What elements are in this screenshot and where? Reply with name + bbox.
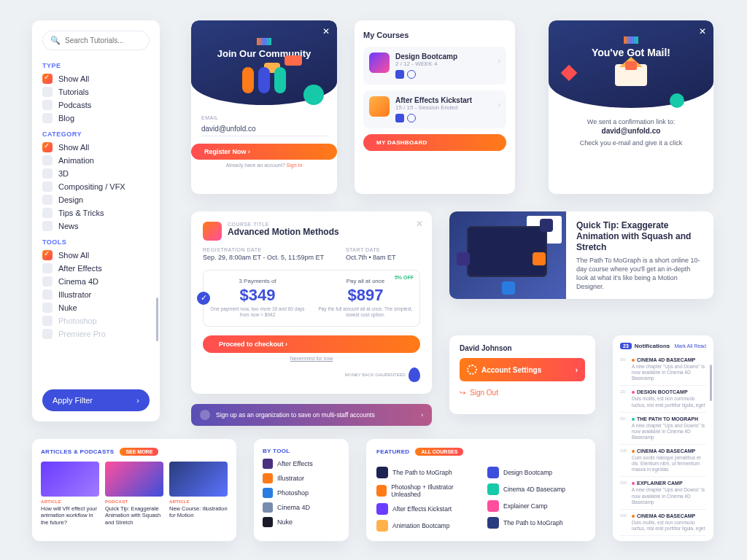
tool-c4d[interactable]: Cinema 4D	[42, 276, 150, 287]
featured-item[interactable]: After Effects Kickstart	[376, 503, 474, 515]
ribbon-icon	[409, 368, 420, 382]
tool-premiere[interactable]: Premiere Pro	[42, 329, 150, 339]
article-thumb	[105, 462, 163, 497]
notif-desc: Duis mollis, est non commodo luctus, nis…	[632, 396, 706, 408]
featured-item[interactable]: Animation Bootcamp	[376, 520, 474, 532]
type-tutorials[interactable]: Tutorials	[42, 87, 150, 97]
featured-item[interactable]: The Path to MoGraph	[487, 517, 585, 529]
notification-item[interactable]: 2DDESIGN BOOTCAMPDuis mollis, est non co…	[620, 386, 706, 412]
tool-nuke[interactable]: Nuke	[42, 303, 150, 313]
chevron-right-icon: ›	[498, 101, 500, 109]
course-thumb-icon	[369, 52, 390, 73]
type-show-all[interactable]: Show All	[42, 74, 150, 84]
type-blog[interactable]: Blog	[42, 113, 150, 123]
cat-3d[interactable]: 3D	[42, 168, 150, 179]
type-podcasts[interactable]: Podcasts	[42, 100, 150, 110]
notif-desc: A new chapter "Ups and Downs" is now ava…	[632, 423, 706, 440]
start-label: START DATE	[346, 247, 396, 252]
course-item[interactable]: Design Bootcamp 2 / 12 - WEEK 4 ›	[363, 47, 506, 85]
featured-item[interactable]: Photoshop + Illustrator Unleashed	[376, 483, 474, 498]
proceed-checkout-button[interactable]: Proceed to checkout ›	[203, 335, 420, 353]
article-item[interactable]: PODCAST Quick Tip: Exaggerate Animation …	[105, 462, 163, 526]
building-icon	[200, 410, 210, 420]
speech-bubble-icon	[285, 55, 302, 66]
notification-item[interactable]: 3WEXPLAINER CAMPA new chapter "Ups and D…	[620, 477, 706, 509]
sign-out-link[interactable]: ↪Sign Out	[460, 389, 585, 397]
cat-compositing[interactable]: Compositing / VFX	[42, 182, 150, 192]
decor-circle-icon	[303, 85, 324, 105]
register-button[interactable]: Register Now ›	[191, 144, 337, 160]
my-courses-card: My Courses Design Bootcamp 2 / 12 - WEEK…	[355, 20, 515, 194]
nevermind-link[interactable]: Nevermind for now	[203, 356, 420, 361]
checkbox-icon	[42, 263, 53, 273]
notification-item[interactable]: 5HCINEMA 4D BASECAMPA new chapter "Ups a…	[620, 354, 706, 386]
notif-title: CINEMA 4D BASECAMP	[632, 357, 706, 362]
signin-link[interactable]: Sign In	[287, 163, 303, 168]
article-item[interactable]: ARTICLE New Course: Illustration for Mot…	[169, 462, 228, 526]
by-tool-card: BY TOOL After Effects Illustrator Photos…	[254, 439, 349, 541]
scrollbar[interactable]	[156, 298, 158, 341]
tool-row[interactable]: Cinema 4D	[263, 502, 340, 513]
notif-desc: A new chapter "Ups and Downs" is now ava…	[632, 364, 706, 381]
featured-item[interactable]: Explainer Camp	[487, 500, 585, 512]
course-icon	[487, 500, 499, 512]
app-icon	[263, 517, 273, 527]
checkbox-icon	[42, 155, 53, 166]
course-subtitle: 2 / 12 - WEEK 4	[395, 61, 457, 67]
featured-item[interactable]: The Path to MoGraph	[376, 467, 474, 478]
facebook-icon	[407, 114, 416, 122]
notification-item[interactable]: 5WCINEMA 4D BASECAMPDuis mollis, est non…	[620, 510, 706, 536]
notif-time: 5W	[620, 513, 630, 518]
checkbox-icon	[42, 87, 53, 97]
close-icon[interactable]: ✕	[699, 26, 706, 36]
featured-item[interactable]: Cinema 4D Basecamp	[487, 483, 585, 495]
logo-icon	[257, 38, 271, 45]
quick-tip-card[interactable]: Quick Tip: Exaggerate Animation with Squ…	[449, 211, 713, 299]
cat-show-all[interactable]: Show All	[42, 142, 150, 152]
notif-desc: Duis mollis, est non commodo luctus, nis…	[632, 520, 706, 532]
email-field[interactable]: david@unfold.co	[201, 122, 327, 136]
apply-filter-button[interactable]: Apply Filter ›	[42, 389, 150, 411]
account-settings-button[interactable]: Account Settings ›	[460, 358, 585, 381]
mark-all-read-link[interactable]: Mark All Read	[674, 343, 706, 349]
close-icon[interactable]: ✕	[322, 26, 330, 36]
already-account-text: Already have an account? Sign In	[191, 163, 337, 168]
cat-news[interactable]: News	[42, 221, 150, 231]
tool-photoshop[interactable]: Photoshop	[42, 316, 150, 326]
my-dashboard-button[interactable]: MY DASHBOARD	[363, 134, 506, 151]
article-item[interactable]: ARTICLE How will VR effect your animatio…	[41, 462, 99, 526]
tool-row[interactable]: Nuke	[263, 517, 340, 527]
tool-row[interactable]: Illustrator	[263, 473, 340, 483]
tool-row[interactable]: Photoshop	[263, 488, 340, 498]
tool-show-all[interactable]: Show All	[42, 250, 150, 260]
org-banner[interactable]: Sign up as an organization to save on mu…	[191, 404, 432, 426]
cat-design[interactable]: Design	[42, 195, 150, 205]
close-icon[interactable]: ✕	[416, 219, 423, 229]
reg-value: Sep. 29, 8:00am ET - Oct. 5, 11:59pm ET	[203, 254, 324, 261]
tool-illustrator[interactable]: Illustrator	[42, 289, 150, 300]
tool-row[interactable]: After Effects	[263, 459, 340, 469]
search-icon: 🔍	[50, 36, 61, 45]
checkbox-icon	[42, 250, 53, 260]
notification-item[interactable]: 5DTHE PATH TO MOGRAPHA new chapter "Ups …	[620, 413, 706, 445]
featured-item[interactable]: Design Bootcamp	[487, 467, 585, 478]
notif-title: DESIGN BOOTCAMP	[632, 389, 706, 394]
checkbox-icon	[42, 168, 53, 179]
tool-ae[interactable]: After Effects	[42, 263, 150, 273]
search-input[interactable]	[65, 36, 142, 44]
mail-email: david@unfold.co	[560, 127, 702, 135]
cat-animation[interactable]: Animation	[42, 155, 150, 166]
all-courses-button[interactable]: ALL COURSES	[415, 448, 463, 456]
notification-item[interactable]: 1WCINEMA 4D BASECAMPCum sociis natoque p…	[620, 445, 706, 477]
course-subtitle: 15 / 15 - Session Ended	[395, 104, 472, 111]
course-item[interactable]: After Effects Kickstart 15 / 15 - Sessio…	[363, 90, 506, 128]
app-icon	[533, 252, 546, 265]
see-more-button[interactable]: SEE MORE	[120, 448, 158, 456]
plan-installments[interactable]: 3 Payments of $349 One payment now, two …	[204, 271, 311, 326]
pricing-card: ✕ COURSE TITLE Advanced Motion Methods R…	[191, 211, 432, 394]
search-input-wrap[interactable]: 🔍	[42, 31, 150, 50]
scrollbar[interactable]	[710, 365, 712, 401]
chevron-right-icon: ›	[421, 411, 423, 419]
app-icon	[502, 281, 515, 295]
cat-tips[interactable]: Tips & Tricks	[42, 208, 150, 218]
